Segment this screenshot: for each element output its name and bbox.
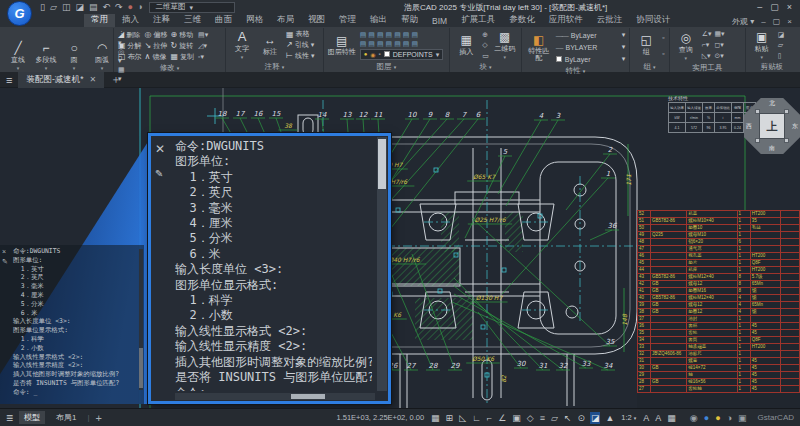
area-tool-icon[interactable]: ⌐▾	[702, 40, 712, 51]
table-button[interactable]: ▦表格	[286, 29, 314, 39]
layer-properties-button[interactable]: ▤图层特性	[328, 29, 356, 61]
insert-block-button[interactable]: ▦插入	[454, 29, 478, 61]
viewcube-top-face[interactable]: 上	[759, 113, 785, 139]
popup-hscrollbar[interactable]	[175, 393, 375, 400]
qrcode-button[interactable]: ▩二维码▾	[493, 29, 517, 61]
modify-移动-button[interactable]: ⊕移动	[171, 29, 195, 40]
layout-menu-icon[interactable]: ≡	[6, 411, 13, 425]
tab-帮助[interactable]: 帮助	[394, 13, 425, 27]
tab-曲面[interactable]: 曲面	[208, 13, 239, 27]
block-extra-tools[interactable]: ⊕ ◇ ▭	[482, 29, 489, 61]
tab-协同设计[interactable]: 协同设计	[629, 13, 677, 27]
save-as-icon[interactable]: ◪	[75, 2, 84, 12]
add-scales-icon[interactable]: A	[654, 412, 662, 424]
panel-label-properties[interactable]: 特性 ▾	[522, 66, 629, 76]
app-logo-icon[interactable]: G	[7, 1, 32, 26]
layer-tool-icon[interactable]: ▤	[377, 40, 384, 48]
dimension-button[interactable]: ↔标注	[258, 29, 282, 61]
group-extra-tools[interactable]: ▫ ▫	[662, 29, 664, 61]
annotation-scale-icon[interactable]: ▲	[604, 412, 615, 424]
tab-布局[interactable]: 布局	[270, 13, 301, 27]
panel-label-layers[interactable]: 图层 ▾	[324, 62, 450, 72]
layer-tools-row1[interactable]: ▤▤▤▤▤▤▤	[360, 31, 444, 39]
new-tab-button[interactable]: ＋	[110, 72, 121, 87]
layer-tool-icon[interactable]: ▤	[360, 40, 367, 48]
model-tab[interactable]: 模型	[19, 411, 45, 424]
document-tab[interactable]: 装配图-减速机* ✕	[18, 72, 104, 88]
doc-minimize-button[interactable]: –	[761, 17, 765, 26]
new-file-icon[interactable]: ▯	[40, 2, 45, 12]
layer-tool-icon[interactable]: ▤	[368, 40, 375, 48]
close-icon[interactable]: ×	[2, 248, 8, 255]
tab-网格[interactable]: 网格	[239, 13, 270, 27]
layer-tool-icon[interactable]: ▤	[360, 31, 367, 39]
layer-tool-icon[interactable]: ▤	[386, 40, 393, 48]
panel-label-group[interactable]: 组 ▾	[630, 62, 668, 72]
appearance-dropdown[interactable]: 外观 ▾	[732, 16, 754, 27]
modify-删除-button[interactable]: ◢删除	[118, 29, 142, 40]
layer-tool-icon[interactable]: ▤	[394, 31, 401, 39]
lineweight-control[interactable]: ByLayer▾	[556, 53, 625, 65]
close-icon[interactable]: ✕	[155, 142, 165, 156]
restore-button[interactable]: ▢	[770, 2, 779, 12]
lineweight-icon[interactable]: ≡	[539, 412, 546, 424]
viewcube-east[interactable]: 东	[792, 122, 798, 131]
viewcube-south[interactable]: 南	[769, 144, 775, 153]
color-control[interactable]: ——ByLayer▾	[556, 29, 625, 41]
layer-tool-icon[interactable]: ▤	[411, 31, 418, 39]
tab-云批注[interactable]: 云批注	[590, 13, 630, 27]
measure-button[interactable]: ◎查询▾	[674, 29, 698, 62]
close-tab-icon[interactable]: ✕	[90, 75, 97, 84]
new-layout-button[interactable]: +	[96, 412, 102, 424]
modify-偏移-button[interactable]: ◎偏移	[145, 29, 168, 40]
save-icon[interactable]: ◫	[62, 2, 71, 12]
layer-dropdown[interactable]: ● ◉ ▪ DEFPOINTS ▾	[360, 49, 444, 60]
modify-复制-button[interactable]: ▦复制	[171, 51, 195, 62]
tab-三维[interactable]: 三维	[177, 13, 208, 27]
close-button[interactable]: ×	[787, 2, 792, 12]
modify-镜像-button[interactable]: ∧镜像	[145, 51, 168, 62]
command-line-panel[interactable]: × ✎ 命令:DWGUNITS图形单位: 1．英寸 2．英尺 3．毫米 4．厘米…	[0, 245, 144, 404]
undo-icon[interactable]: ↶	[102, 2, 110, 12]
workspace-switch-icon[interactable]: ◪	[590, 412, 601, 424]
command-line-text[interactable]: 命令: _	[175, 386, 372, 392]
snap-tracking-icon[interactable]: ◇	[526, 412, 535, 424]
modify-旋转-button[interactable]: ↻旋转	[171, 40, 195, 51]
tab-BIM[interactable]: BIM	[425, 15, 454, 27]
open-folder-icon[interactable]: ▱	[50, 2, 57, 12]
dynamic-input-icon[interactable]: ∟	[471, 412, 482, 424]
group-button[interactable]: ◱组	[634, 29, 658, 61]
modify-extra-tools[interactable]: ▤▾ ◿▾ ▫▾	[198, 29, 208, 62]
text-button[interactable]: A文字▾	[230, 29, 254, 61]
viewcube[interactable]: 北 南 东 西 上	[744, 98, 800, 154]
layer-tool-icon[interactable]: ▤	[377, 31, 384, 39]
layer-tool-icon[interactable]: ▤	[368, 31, 375, 39]
performance-icon[interactable]: ◑	[726, 412, 733, 424]
snap-icon[interactable]: ⊞	[445, 412, 455, 424]
calc-tool-icon[interactable]: ▦▾	[715, 29, 725, 40]
modify-分解-button[interactable]: ▣分解	[118, 40, 142, 51]
panel-label-utils[interactable]: 实用工具	[670, 63, 745, 73]
settings-gear-icon[interactable]: ◉	[689, 412, 699, 424]
modify-拉伸-button[interactable]: ↘拉伸	[145, 40, 168, 51]
tab-参数化[interactable]: 参数化	[502, 13, 542, 27]
layer-tool-icon[interactable]: ▤	[411, 40, 418, 48]
panel-label-modify[interactable]: 修改 ▾	[114, 63, 225, 73]
pencil-icon[interactable]: ✎	[155, 168, 165, 179]
tab-视图[interactable]: 视图	[301, 13, 332, 27]
match-properties-button[interactable]: ◧特性匹配	[526, 29, 552, 65]
units-table-icon[interactable]: ▦	[666, 412, 677, 424]
leader-button[interactable]: ↗引线 ▾	[286, 40, 314, 50]
viewcube-west[interactable]: 西	[746, 122, 752, 131]
bulb-icon[interactable]: ●	[714, 412, 721, 424]
cloud-icon[interactable]: ●	[703, 412, 710, 424]
mini-scrollbar[interactable]	[139, 249, 143, 390]
layer-tool-icon[interactable]: ▤	[386, 31, 393, 39]
tab-应用软件[interactable]: 应用软件	[542, 13, 590, 27]
tab-扩展工具[interactable]: 扩展工具	[454, 13, 502, 27]
cycle-select-icon[interactable]: ↖	[563, 412, 573, 424]
polar-tracking-icon[interactable]: ∠	[497, 412, 507, 424]
tab-插入[interactable]: 插入	[115, 13, 146, 27]
angle-tool-icon[interactable]: ∠▾	[702, 29, 712, 40]
tab-输出[interactable]: 输出	[363, 13, 394, 27]
